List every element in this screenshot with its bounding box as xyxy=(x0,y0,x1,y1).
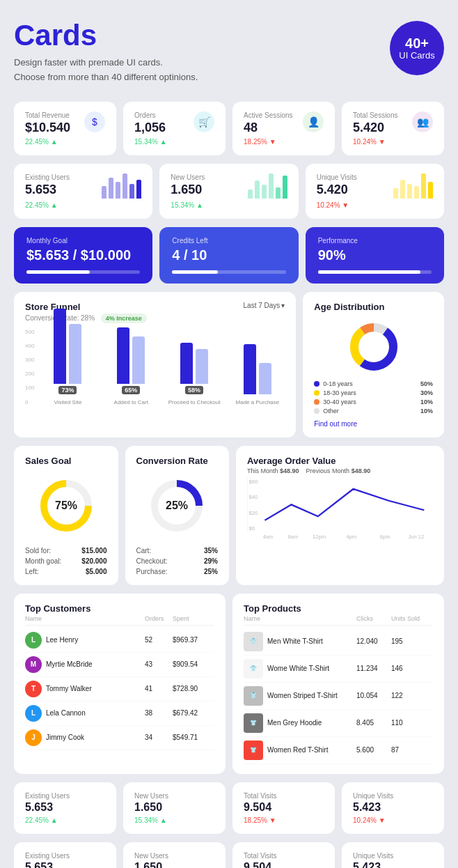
svg-text:$0: $0 xyxy=(249,526,255,532)
product-image: 👕 xyxy=(244,686,263,706)
funnel-pct: 58% xyxy=(185,386,203,394)
top-customers-card: Top Customers NameOrdersSpent L Lee Henr… xyxy=(14,594,226,774)
stat-card: Orders 1,056 🛒 15.34% ▲ xyxy=(123,102,226,155)
bottom-stat-card: Existing Users 5.653 22.45% ▲ xyxy=(14,782,116,834)
funnel-bar-sec xyxy=(69,324,81,384)
product-image: 👕 xyxy=(244,659,263,679)
sales-details: Sold for: $15.000 Month goal: $20.000 Le… xyxy=(25,547,107,575)
goal-bar-bg xyxy=(26,270,140,274)
customer-row: L Lela Cannon 38 $679.42 xyxy=(25,702,214,726)
metrics-section: Sales Goal 75% Sold for: $15.000 Month g… xyxy=(14,446,444,585)
aov-subtitle: This Month $48.90 Previous Month $48.90 xyxy=(247,467,433,474)
goal-card: Credits Left 4 / 10 xyxy=(159,227,298,284)
customer-row: M Myrtie McBride 43 $909.54 xyxy=(25,653,214,677)
period-button[interactable]: Last 7 Days ▾ xyxy=(244,302,285,309)
product-row: 👕 Men Grey Hoodie 8.405 110 xyxy=(244,710,433,737)
funnel-bar-main xyxy=(117,327,129,384)
product-row: 👕 Women Red T-Shirt 5.600 87 xyxy=(244,737,433,764)
bottom-stat-card: New Users 1.650 15.34% ▲ xyxy=(123,782,226,834)
funnel-bar-sec xyxy=(196,349,208,384)
goal-card: Performance 90% xyxy=(306,227,444,284)
conv-detail-row: Cart: 35% xyxy=(136,547,219,555)
products-table: NameClicksUnits Sold 👕 Men White T-Shirt… xyxy=(244,615,433,764)
funnel-bar-main xyxy=(54,309,66,384)
product-image: 👕 xyxy=(244,741,263,760)
legend-dot xyxy=(314,381,319,387)
top-customers-title: Top Customers xyxy=(25,603,214,614)
avatar: J xyxy=(25,729,42,746)
product-row: 👕 Wome White T-Shirt 11.234 146 xyxy=(244,656,433,683)
stat-card: Total Sessions 5.420 👥 10.24% ▼ xyxy=(342,102,444,155)
sales-detail-row: Sold for: $15.000 xyxy=(25,547,107,555)
sales-goal-card: Sales Goal 75% Sold for: $15.000 Month g… xyxy=(14,446,118,585)
find-out-more-link[interactable]: Find out more xyxy=(314,420,433,428)
avatar: M xyxy=(25,656,42,673)
goal-cards: Monthly Goal $5.653 / $10.000 Credits Le… xyxy=(14,227,444,284)
customer-row: J Jimmy Cook 34 $549.71 xyxy=(25,726,214,750)
legend-row: 0-18 years 50% xyxy=(314,380,433,387)
funnel-group: 73% Visited Site xyxy=(40,309,95,405)
stat-mini-card: Unique Visits 5.420 10.24% ▼ xyxy=(306,164,444,219)
funnel-bars xyxy=(117,327,145,384)
stat-mini-card: Existing Users 5.653 22.45% ▲ xyxy=(14,164,152,219)
age-distribution-card: Age Distribution 0-18 years xyxy=(303,292,444,437)
svg-text:8am: 8am xyxy=(287,534,298,539)
conv-details: Cart: 35% Checkout: 29% Purchase: 25% xyxy=(136,547,219,575)
aov-title: Average Order Value xyxy=(247,456,433,466)
stats-row-1: Total Revenue $10.540 $ 22.45% ▲ Orders … xyxy=(14,102,444,155)
donut-chart xyxy=(314,319,433,375)
mini-bar-chart xyxy=(102,173,141,199)
product-row: 👕 Women Striped T-Shirt 10.054 122 xyxy=(244,683,433,710)
mini-bar-chart xyxy=(248,173,287,199)
avatar: L xyxy=(25,705,42,722)
svg-text:Jun 12: Jun 12 xyxy=(408,534,424,539)
funnel-label: Made a Purchase xyxy=(236,399,280,405)
funnel-age-section: Store Funnel Conversion Rate: 28% 4% Inc… xyxy=(14,292,444,437)
bottom-stat-card: Total Visits 9.504 18.25% ▼ xyxy=(232,842,335,868)
goal-bar-fill xyxy=(172,270,217,274)
legend-row: Other 10% xyxy=(314,408,433,414)
svg-text:$60: $60 xyxy=(249,479,258,484)
bottom-stat-card: Unique Visits 5.423 10.24% ▼ xyxy=(342,842,444,868)
goal-bar-bg xyxy=(318,270,432,274)
product-image: 👕 xyxy=(244,632,263,651)
store-funnel-card: Store Funnel Conversion Rate: 28% 4% Inc… xyxy=(14,292,296,437)
customer-row: L Lee Henry 52 $969.37 xyxy=(25,628,214,653)
stat-card: Total Revenue $10.540 $ 22.45% ▲ xyxy=(14,102,116,155)
aov-line-chart: $60 $40 $20 $0 4am 8am 12pm 4pm 8pm Jun … xyxy=(247,477,433,540)
svg-text:$40: $40 xyxy=(249,495,258,500)
funnel-bars xyxy=(54,309,81,384)
stat-mini-card: New Users 1.650 15.34% ▲ xyxy=(159,164,298,219)
stats-row-2: Existing Users 5.653 22.45% ▲ New Users … xyxy=(14,164,444,219)
funnel-pct: 65% xyxy=(122,386,140,394)
funnel-bar-main xyxy=(244,344,256,394)
page-subtitle: Design faster with premade UI cards. Cho… xyxy=(14,56,198,85)
svg-text:4pm: 4pm xyxy=(346,534,356,539)
conversion-rate-card: Conversion Rate 25% Cart: 35% Checkout: … xyxy=(125,446,230,585)
stat-icon: 🛒 xyxy=(194,111,214,132)
stat-card: Active Sessions 48 👤 18.25% ▼ xyxy=(232,102,335,155)
funnel-pct: 73% xyxy=(58,386,77,394)
avg-order-card: Average Order Value This Month $48.90 Pr… xyxy=(236,446,444,585)
sales-goal-title: Sales Goal xyxy=(25,456,107,466)
ui-cards-badge: 40+ UI Cards xyxy=(390,21,444,75)
legend-dot xyxy=(314,390,319,396)
stat-icon: 👤 xyxy=(303,111,324,132)
stat-icon: $ xyxy=(84,111,105,132)
legend-dot xyxy=(314,408,319,414)
funnel-group: 58% Proceed to Checkout xyxy=(167,343,222,405)
avatar: T xyxy=(25,681,42,697)
bottom-stats-row2: Existing Users 5.653 22.45% ▲ New Users … xyxy=(14,842,444,868)
funnel-group: Made a Purchase xyxy=(230,344,285,405)
legend-row: 18-30 years 30% xyxy=(314,389,433,396)
product-row: 👕 Men White T-Shirt 12.040 195 xyxy=(244,628,433,656)
age-dist-title: Age Distribution xyxy=(314,302,433,312)
svg-text:$20: $20 xyxy=(249,510,258,516)
product-image: 👕 xyxy=(244,713,263,733)
funnel-bar-sec xyxy=(259,363,271,394)
goal-bar-fill xyxy=(318,270,420,274)
tables-section: Top Customers NameOrdersSpent L Lee Henr… xyxy=(14,594,444,774)
stat-icon: 👥 xyxy=(412,111,433,132)
funnel-bars xyxy=(244,344,271,394)
bottom-stat-card: Unique Visits 5.423 10.24% ▼ xyxy=(342,782,444,834)
